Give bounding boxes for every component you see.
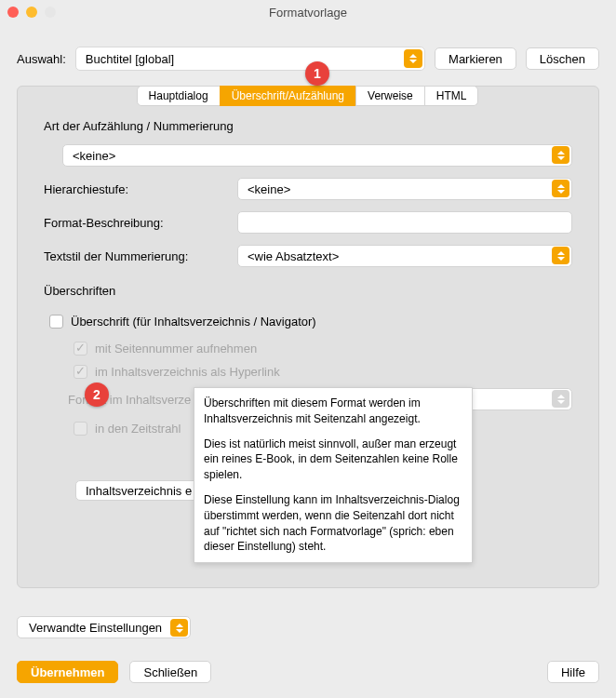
tooltip-p1: Überschriften mit diesem Format werden i… [204, 396, 462, 427]
checkbox-hyperlink-label: im Inhaltsverzeichnis als Hyperlink [95, 365, 280, 379]
checkbox-ueberschrift-label: Überschrift (für Inhaltsverzeichnis / Na… [71, 315, 316, 329]
auswahl-value: Buchtitel [global] [86, 52, 174, 66]
auswahl-label: Auswahl: [17, 52, 66, 66]
checkbox-ueberschrift[interactable] [49, 315, 63, 329]
format-beschreibung-input[interactable] [237, 211, 572, 234]
window-title: Formatvorlage [0, 6, 616, 20]
chevron-updown-icon [552, 247, 569, 264]
textstil-label: Textstil der Nummerierung: [44, 249, 230, 263]
aufzaehlung-art-select[interactable]: <keine> [62, 144, 572, 167]
checkbox-seitennummer-label: mit Seitennummer aufnehmen [95, 342, 257, 356]
chevron-updown-icon [170, 619, 188, 637]
hierarchie-value: <keine> [248, 182, 290, 196]
loeschen-button[interactable]: Löschen [526, 47, 599, 70]
aufzaehlung-art-value: <keine> [73, 149, 115, 163]
tab-hauptdialog[interactable]: Hauptdialog [137, 86, 221, 106]
footer: Übernehmen Schließen Hilfe [17, 661, 599, 683]
tooltip: Überschriften mit diesem Format werden i… [194, 387, 473, 563]
hierarchie-label: Hierarchiestufe: [44, 182, 230, 196]
chevron-updown-icon [552, 146, 569, 164]
titlebar: Formatvorlage [0, 0, 616, 24]
textstil-value: <wie Absatztext> [248, 249, 339, 263]
section-title-aufzaehlung: Art der Aufzählung / Nummerierung [44, 119, 572, 133]
auswahl-select[interactable]: Buchtitel [global] [75, 47, 425, 71]
hilfe-button[interactable]: Hilfe [547, 661, 599, 683]
tabs: Hauptdialog Überschrift/Aufzählung Verwe… [18, 86, 598, 106]
chevron-updown-icon [404, 49, 422, 68]
uebernehmen-button[interactable]: Übernehmen [17, 661, 118, 683]
checkbox-zeitstrahl-label: in den Zeitstrahl [95, 422, 181, 436]
checkbox-hyperlink [74, 365, 87, 379]
annotation-marker-1: 1 [305, 61, 329, 86]
tooltip-p3: Diese Einstellung kann im Inhaltsverzeic… [204, 492, 462, 555]
section-title-ueberschriften: Überschriften [44, 284, 572, 298]
checkbox-zeitstrahl [74, 422, 87, 436]
checkbox-seitennummer [74, 342, 87, 356]
textstil-select[interactable]: <wie Absatztext> [237, 245, 572, 267]
tooltip-p2: Dies ist natürlich meist sinnvoll, außer… [204, 436, 462, 483]
section-aufzaehlung: Art der Aufzählung / Nummerierung <keine… [18, 106, 598, 267]
chevron-updown-icon [552, 180, 569, 197]
annotation-marker-2: 2 [85, 383, 109, 407]
tab-html[interactable]: HTML [424, 86, 479, 106]
markieren-button[interactable]: Markieren [435, 47, 516, 70]
tab-verweise[interactable]: Verweise [355, 86, 425, 106]
format-beschreibung-label: Format-Beschreibung: [44, 216, 230, 230]
tab-ueberschrift-aufzaehlung[interactable]: Überschrift/Aufzählung [220, 86, 356, 106]
chevron-updown-icon [552, 390, 569, 408]
hierarchie-select[interactable]: <keine> [237, 178, 572, 200]
verwandte-einstellungen-button[interactable]: Verwandte Einstellungen [17, 616, 191, 638]
schliessen-button[interactable]: Schließen [129, 661, 211, 683]
